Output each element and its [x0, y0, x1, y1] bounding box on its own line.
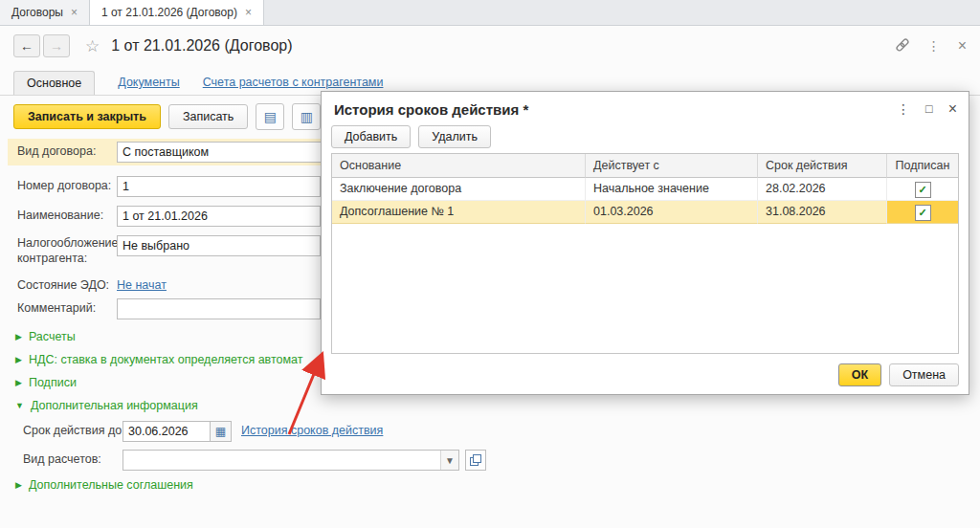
contract-number-input[interactable] [117, 176, 321, 197]
name-label: Наименование: [17, 209, 103, 222]
nav-link-documents[interactable]: Документы [118, 76, 179, 95]
calendar-icon: ▦ [215, 425, 226, 438]
tab-close-icon[interactable]: × [71, 7, 78, 18]
valid-until-row: Срок действия до: ▦ История сроков дейст… [0, 421, 980, 444]
section-label: Дополнительные соглашения [29, 478, 193, 492]
cell-basis[interactable]: Заключение договора [332, 178, 586, 201]
column-starts[interactable]: Действует с [586, 154, 758, 178]
arrow-right-icon: → [50, 38, 63, 54]
cell-signed[interactable]: ✓ [887, 178, 958, 201]
validity-history-dialog: История сроков действия * ⋮ □ × Добавить… [321, 91, 969, 395]
cancel-button[interactable]: Отмена [889, 363, 959, 386]
cell-starts[interactable]: 01.03.2026 [586, 201, 758, 224]
table-header-row: Основание Действует с Срок действия Подп… [332, 154, 958, 178]
comment-label: Комментарий: [17, 301, 96, 315]
section-label: НДС: ставка в документах определяется ав… [29, 353, 303, 366]
link-icon[interactable] [895, 37, 910, 55]
overlapping-squares-icon [470, 454, 481, 466]
section-label: Подписи [29, 376, 77, 389]
add-button[interactable]: Добавить [331, 125, 411, 148]
window-tab-label: Договоры [11, 6, 63, 19]
tab-main[interactable]: Основное [13, 71, 95, 95]
dialog-menu-icon[interactable]: ⋮ [897, 101, 910, 117]
contract-type-label: Вид договора: [17, 144, 96, 158]
edo-state-label: Состояние ЭДО: [17, 278, 109, 292]
chevron-right-icon: ▶ [15, 481, 22, 490]
cell-starts[interactable]: Начальное значение [586, 178, 758, 201]
settlement-type-row: Вид расчетов: ▼ [0, 450, 980, 473]
dialog-footer: ОК Отмена [838, 363, 959, 386]
validity-history-link[interactable]: История сроков действия [241, 424, 383, 437]
valid-until-input[interactable] [122, 421, 211, 442]
forward-button[interactable]: → [43, 34, 70, 57]
window-menu-icon[interactable]: ⋮ [927, 38, 941, 54]
check-icon: ✓ [918, 208, 926, 218]
document-icon: ▥ [301, 109, 313, 124]
column-signed[interactable]: Подписан [887, 154, 958, 178]
name-input[interactable] [117, 206, 321, 227]
dialog-toolbar: Добавить Удалить [322, 122, 969, 155]
window-tabbar: Договоры × 1 от 21.01.2026 (Договор) × [0, 0, 980, 26]
section-label: Дополнительная информация [31, 399, 198, 412]
save-button[interactable]: Записать [168, 104, 248, 129]
chevron-right-icon: ▶ [15, 356, 22, 364]
table-row[interactable]: Заключение договора Начальное значение 2… [332, 178, 958, 201]
section-additional-agreements[interactable]: ▶ Дополнительные соглашения [15, 478, 193, 492]
open-list-button[interactable] [465, 450, 486, 471]
signed-checkbox[interactable]: ✓ [915, 205, 931, 221]
dialog-maximize-icon[interactable]: □ [925, 102, 933, 116]
dialog-title: История сроков действия * [334, 101, 897, 118]
form-header: ← → ☆ 1 от 21.01.2026 (Договор) ⋮ × [13, 31, 967, 61]
dialog-titlebar: История сроков действия * ⋮ □ × [322, 92, 969, 122]
comment-input[interactable] [117, 298, 321, 319]
save-and-close-button[interactable]: Записать и закрыть [13, 104, 161, 129]
back-button[interactable]: ← [13, 34, 40, 57]
section-vat[interactable]: ▶ НДС: ставка в документах определяется … [15, 353, 302, 366]
table-row-selected[interactable]: Допсоглашение № 1 01.03.2026 31.08.2026 … [332, 201, 958, 224]
taxation-label: Налогообложение контрагента: [17, 236, 115, 266]
cell-signed[interactable]: ✓ [887, 201, 958, 224]
settlement-type-input[interactable] [123, 451, 440, 470]
column-basis[interactable]: Основание [332, 154, 586, 178]
favorite-star-icon[interactable]: ☆ [85, 38, 100, 55]
header-icons: ⋮ × [895, 37, 967, 55]
check-icon: ✓ [918, 185, 926, 195]
ok-button[interactable]: ОК [838, 363, 881, 386]
settlement-type-combo[interactable]: ▼ [122, 450, 459, 471]
reports-button[interactable]: ▤ [256, 103, 284, 130]
signed-checkbox[interactable]: ✓ [915, 182, 931, 198]
section-signatures[interactable]: ▶ Подписи [15, 376, 77, 389]
report-icon: ▤ [264, 109, 277, 124]
edo-state-link[interactable]: Не начат [117, 278, 167, 292]
chevron-right-icon: ▶ [15, 333, 22, 341]
contract-number-label: Номер договора: [17, 179, 111, 192]
cell-basis[interactable]: Допсоглашение № 1 [332, 201, 586, 224]
section-label: Расчеты [29, 330, 76, 343]
cell-validity[interactable]: 31.08.2026 [758, 201, 887, 224]
app-screen: Договоры × 1 от 21.01.2026 (Договор) × ←… [0, 0, 980, 528]
create-based-on-button[interactable]: ▥ [292, 103, 321, 130]
page-title: 1 от 21.01.2026 (Договор) [111, 37, 292, 55]
window-tab-contract-form[interactable]: 1 от 21.01.2026 (Договор) × [90, 0, 264, 25]
calendar-button[interactable]: ▦ [211, 421, 232, 442]
section-additional-info[interactable]: ▼ Дополнительная информация [15, 399, 198, 412]
cell-validity[interactable]: 28.02.2026 [758, 178, 887, 201]
delete-button[interactable]: Удалить [418, 125, 491, 148]
window-close-icon[interactable]: × [958, 37, 967, 55]
column-validity[interactable]: Срок действия [758, 154, 887, 178]
section-settlements[interactable]: ▶ Расчеты [15, 330, 76, 343]
toolbar: Записать и закрыть Записать ▤ ▥ [13, 103, 321, 130]
dialog-icons: ⋮ □ × [897, 100, 957, 118]
taxation-input[interactable] [117, 235, 321, 256]
validity-history-table[interactable]: Основание Действует с Срок действия Подп… [331, 153, 959, 354]
window-tab-contracts[interactable]: Договоры × [0, 0, 90, 25]
window-tab-label: 1 от 21.01.2026 (Договор) [101, 6, 237, 19]
settlement-type-label: Вид расчетов: [23, 452, 101, 466]
chevron-right-icon: ▶ [15, 379, 22, 387]
chevron-down-icon[interactable]: ▼ [440, 451, 458, 470]
chevron-down-icon: ▼ [15, 402, 24, 410]
valid-until-label: Срок действия до: [23, 424, 125, 437]
arrow-left-icon: ← [20, 38, 33, 54]
tab-close-icon[interactable]: × [245, 7, 252, 18]
dialog-close-icon[interactable]: × [948, 100, 957, 118]
